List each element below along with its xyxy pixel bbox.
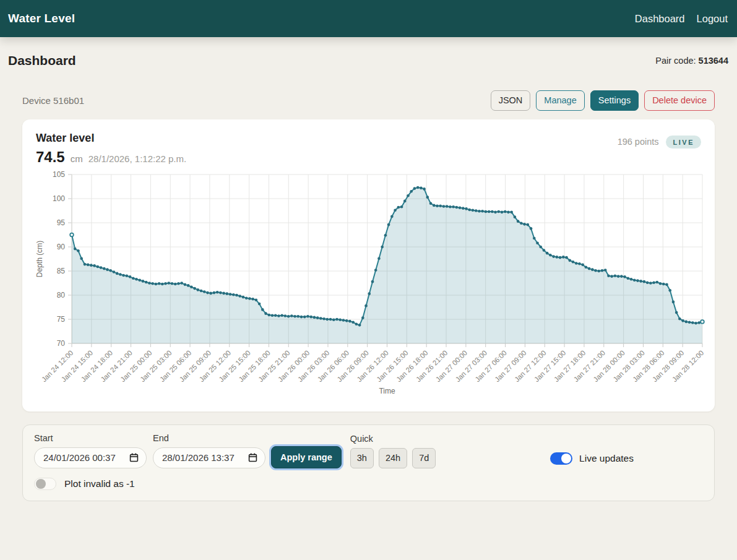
data-point: [504, 210, 507, 213]
data-point: [591, 268, 594, 271]
data-point: [258, 302, 261, 305]
data-point: [691, 321, 694, 324]
manage-button[interactable]: Manage: [536, 90, 584, 111]
data-point: [377, 257, 381, 260]
data-point: [158, 282, 161, 285]
data-point: [93, 264, 96, 267]
data-point: [488, 210, 491, 213]
data-point: [497, 210, 500, 213]
data-point: [578, 262, 581, 265]
x-axis-title: Time: [379, 387, 395, 395]
quick-3h-button[interactable]: 3h: [350, 448, 374, 468]
data-point: [167, 282, 170, 285]
data-point: [135, 277, 138, 280]
end-datetime-value: 28/01/2026 13:37: [162, 452, 235, 463]
data-point: [290, 314, 293, 317]
data-point: [280, 314, 283, 317]
page-head: Dashboard Pair code: 513644: [0, 37, 737, 68]
data-point: [491, 210, 494, 213]
data-point: [342, 319, 345, 322]
data-point: [514, 215, 517, 218]
data-point: [475, 209, 478, 212]
data-point: [171, 282, 174, 285]
data-point: [219, 291, 222, 294]
settings-button[interactable]: Settings: [590, 90, 639, 111]
data-point: [306, 315, 309, 318]
start-label: Start: [34, 433, 147, 443]
start-datetime-input[interactable]: 24/01/2026 00:37: [34, 447, 147, 468]
range-controls-panel: Start 24/01/2026 00:37 End 28/01/2026 13…: [22, 424, 715, 501]
data-point: [151, 282, 154, 285]
data-point: [138, 278, 141, 282]
data-point: [100, 266, 103, 269]
data-point: [368, 292, 371, 295]
data-point: [678, 317, 681, 320]
data-point: [468, 208, 471, 211]
reading-value: 74.5: [36, 149, 65, 166]
data-point: [126, 274, 129, 277]
reading-unit: cm: [71, 153, 83, 164]
data-point: [581, 263, 584, 266]
live-updates-toggle[interactable]: [550, 452, 572, 465]
data-point: [355, 322, 358, 325]
quick-7d-button[interactable]: 7d: [412, 448, 436, 468]
data-point: [329, 317, 332, 321]
data-point: [300, 315, 303, 318]
data-point: [452, 205, 455, 208]
data-point: [361, 316, 364, 319]
data-point: [80, 257, 83, 260]
nav-link-logout[interactable]: Logout: [697, 13, 728, 25]
data-point: [348, 319, 351, 322]
data-point: [507, 210, 510, 213]
data-point: [546, 251, 549, 254]
apply-range-button[interactable]: Apply range: [271, 446, 342, 468]
data-point: [277, 314, 280, 317]
quick-24h-button[interactable]: 24h: [379, 448, 407, 468]
y-tick-label: 70: [57, 339, 66, 348]
data-point: [400, 205, 403, 208]
data-point: [543, 249, 546, 252]
data-point: [601, 269, 604, 272]
data-point: [293, 315, 296, 318]
toggle-knob: [561, 454, 571, 463]
data-point: [604, 269, 607, 272]
delete-device-button[interactable]: Delete device: [644, 90, 715, 111]
data-point: [675, 311, 678, 314]
water-level-chart: 707580859095100105Jan 24 12:00Jan 24 15:…: [22, 168, 715, 407]
page-title: Dashboard: [8, 53, 76, 68]
end-label: End: [153, 433, 265, 443]
end-datetime-input[interactable]: 28/01/2026 13:37: [153, 447, 265, 468]
y-tick-label: 90: [57, 243, 66, 251]
json-button[interactable]: JSON: [491, 90, 531, 111]
data-point: [209, 291, 212, 295]
data-point: [187, 284, 190, 287]
nav-link-dashboard[interactable]: Dashboard: [635, 13, 685, 25]
toggle-knob: [36, 479, 46, 489]
reading-timestamp: 28/1/2026, 1:12:22 p.m.: [88, 153, 186, 164]
data-point: [665, 283, 668, 286]
data-point: [639, 280, 642, 283]
data-point: [103, 267, 106, 270]
data-point: [442, 205, 446, 208]
water-level-card: Water level 74.5 cm 28/1/2026, 1:12:22 p…: [22, 119, 715, 411]
data-point: [90, 264, 93, 267]
data-point: [322, 317, 325, 320]
pair-code: Pair code: 513644: [655, 56, 728, 66]
data-point: [407, 194, 410, 197]
calendar-icon[interactable]: [248, 453, 257, 462]
data-point: [226, 292, 229, 295]
data-point: [688, 321, 691, 324]
data-point: [374, 269, 377, 272]
data-point: [303, 315, 306, 318]
plot-invalid-toggle[interactable]: [34, 478, 56, 490]
data-point: [267, 313, 270, 316]
data-point: [309, 315, 312, 318]
data-point: [235, 293, 238, 296]
data-point: [394, 209, 397, 212]
data-point: [145, 280, 148, 283]
data-point: [216, 291, 219, 294]
data-point: [222, 291, 225, 295]
live-updates-group: Live updates: [550, 452, 703, 468]
calendar-icon[interactable]: [129, 453, 139, 462]
data-point: [193, 286, 196, 290]
